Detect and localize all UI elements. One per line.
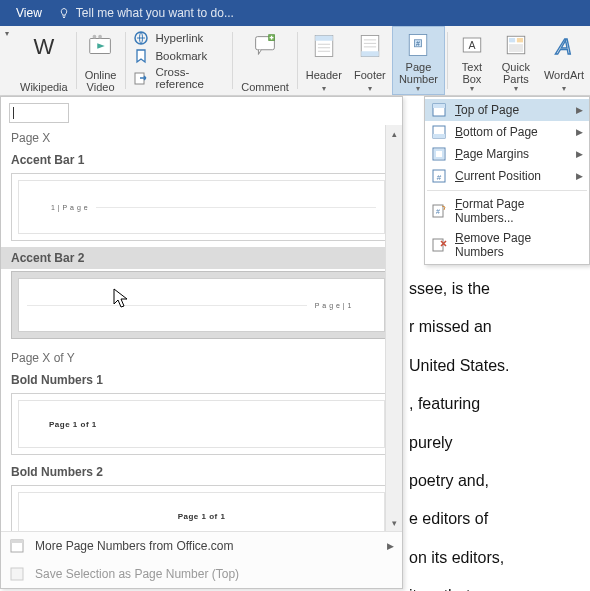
- svg-text:#: #: [416, 40, 420, 47]
- doc-line: United States.: [409, 347, 586, 385]
- menu-bottom-of-page[interactable]: Bottom of Page ▶: [425, 121, 589, 143]
- more-page-numbers[interactable]: More Page Numbers from Office.com ▶: [1, 532, 402, 560]
- gallery-footer: More Page Numbers from Office.com ▶ Save…: [1, 531, 402, 588]
- thumb-preview: 1 | P a g e: [18, 180, 385, 234]
- wikipedia-button[interactable]: W Wikipedia: [14, 26, 74, 95]
- online-video-button[interactable]: Online Video: [79, 26, 123, 95]
- text-box-button[interactable]: A Text Box ▾: [450, 26, 494, 95]
- hyperlink-icon: [133, 30, 149, 46]
- svg-rect-42: [11, 568, 23, 580]
- chevron-down-icon: ▾: [368, 84, 372, 93]
- svg-rect-10: [315, 36, 333, 41]
- menu-remove-page-numbers[interactable]: Remove Page Numbers: [425, 228, 589, 262]
- header-icon: [308, 30, 340, 62]
- thumb-text: 1 | P a g e: [51, 204, 88, 211]
- svg-point-2: [92, 35, 96, 39]
- chevron-down-icon: ▾: [514, 84, 518, 93]
- submenu-arrow-icon: ▶: [387, 541, 394, 551]
- gallery-section-page-x: Page X: [1, 125, 402, 149]
- comment-label: Comment: [241, 81, 289, 93]
- ribbon: ▾ W Wikipedia Online Video Hyperlink Boo…: [0, 26, 590, 96]
- wordart-button[interactable]: A WordArt ▾: [538, 26, 590, 95]
- tell-me[interactable]: Tell me what you want to do...: [58, 6, 234, 20]
- page-number-button[interactable]: # Page Number ▾: [392, 26, 445, 95]
- header-button[interactable]: Header ▾: [300, 26, 348, 95]
- gallery-search-input[interactable]: [9, 103, 69, 123]
- submenu-arrow-icon: ▶: [576, 149, 583, 159]
- bottom-of-page-icon: [431, 124, 447, 140]
- svg-rect-27: [509, 44, 523, 52]
- doc-line: purely: [409, 424, 586, 462]
- menu-format-page-numbers[interactable]: # Format Page Numbers...: [425, 194, 589, 228]
- document-body: ssee, is the r missed an United States. …: [403, 270, 586, 591]
- gallery-item-bold-numbers-2[interactable]: Page 1 of 1: [11, 485, 392, 531]
- menu-page-margins[interactable]: Page Margins ▶: [425, 143, 589, 165]
- gallery-item-label: Accent Bar 2: [1, 247, 402, 269]
- bookmark-label: Bookmark: [155, 50, 207, 62]
- page-number-menu: Top of Page ▶ Bottom of Page ▶ Page Marg…: [424, 96, 590, 265]
- comment-button[interactable]: Comment: [235, 26, 295, 95]
- svg-text:A: A: [554, 34, 571, 59]
- text-box-icon: A: [456, 30, 488, 59]
- menu-label: More Page Numbers from Office.com: [35, 539, 234, 553]
- gallery-item-bold-numbers-1[interactable]: Page 1 of 1: [11, 393, 392, 455]
- svg-text:#: #: [436, 208, 440, 215]
- chevron-down-icon: ▾: [416, 84, 420, 93]
- video-icon: [85, 30, 117, 62]
- gallery-item-label: Bold Numbers 2: [1, 461, 402, 483]
- wikipedia-label: Wikipedia: [20, 81, 68, 93]
- doc-line: on its editors,: [409, 539, 586, 577]
- svg-text:W: W: [33, 34, 54, 59]
- gallery-item-accent-bar-2[interactable]: P a g e | 1: [11, 271, 392, 339]
- thumb-text: Page 1 of 1: [49, 420, 97, 429]
- gallery-section-page-x-of-y: Page X of Y: [1, 345, 402, 369]
- format-page-numbers-icon: #: [431, 203, 447, 219]
- title-bar: View Tell me what you want to do...: [0, 0, 590, 26]
- hyperlink-label: Hyperlink: [155, 32, 203, 44]
- doc-line: poetry and,: [409, 462, 586, 500]
- menu-label: Bottom of Page: [455, 125, 538, 139]
- chevron-down-icon: ▾: [562, 84, 566, 93]
- page-number-label: Page Number: [399, 61, 438, 85]
- doc-line: iters that: [409, 577, 586, 591]
- top-of-page-icon: [431, 102, 447, 118]
- wikipedia-icon: W: [28, 30, 60, 62]
- scroll-down-icon[interactable]: ▾: [386, 514, 402, 531]
- view-tab[interactable]: View: [6, 4, 52, 22]
- svg-rect-26: [517, 38, 523, 42]
- save-selection: Save Selection as Page Number (Top): [1, 560, 402, 588]
- current-position-icon: #: [431, 168, 447, 184]
- page-number-gallery: Page X Accent Bar 1 1 | P a g e Accent B…: [0, 96, 403, 589]
- menu-label: Format Page Numbers...: [455, 197, 583, 225]
- crossref-button[interactable]: Cross-reference: [133, 66, 224, 90]
- svg-rect-30: [433, 104, 445, 108]
- svg-rect-41: [11, 540, 23, 543]
- gallery-scrollbar[interactable]: ▴ ▾: [385, 125, 402, 531]
- ribbon-prev[interactable]: ▾: [0, 26, 14, 95]
- submenu-arrow-icon: ▶: [576, 171, 583, 181]
- menu-current-position[interactable]: # Current Position ▶: [425, 165, 589, 187]
- bookmark-icon: [133, 48, 149, 64]
- gallery-item-label: Bold Numbers 1: [1, 369, 402, 391]
- thumb-text: Page 1 of 1: [178, 512, 226, 521]
- menu-top-of-page[interactable]: Top of Page ▶: [425, 99, 589, 121]
- quick-parts-button[interactable]: Quick Parts ▾: [494, 26, 538, 95]
- comment-icon: [249, 30, 281, 62]
- menu-label: Save Selection as Page Number (Top): [35, 567, 239, 581]
- header-label: Header: [306, 69, 342, 81]
- wordart-label: WordArt: [544, 69, 584, 81]
- menu-label: Top of Page: [455, 103, 519, 117]
- footer-label: Footer: [354, 69, 386, 81]
- wordart-icon: A: [548, 30, 580, 62]
- hyperlink-button[interactable]: Hyperlink: [133, 30, 224, 46]
- gallery-item-accent-bar-1[interactable]: 1 | P a g e: [11, 173, 392, 241]
- links-group: Hyperlink Bookmark Cross-reference: [127, 26, 230, 95]
- footer-button[interactable]: Footer ▾: [348, 26, 392, 95]
- page-margins-icon: [431, 146, 447, 162]
- svg-point-3: [98, 35, 102, 39]
- bookmark-button[interactable]: Bookmark: [133, 48, 224, 64]
- page-number-icon: #: [402, 31, 434, 59]
- scroll-up-icon[interactable]: ▴: [386, 125, 402, 142]
- doc-line: , featuring: [409, 385, 586, 423]
- svg-rect-15: [361, 51, 379, 56]
